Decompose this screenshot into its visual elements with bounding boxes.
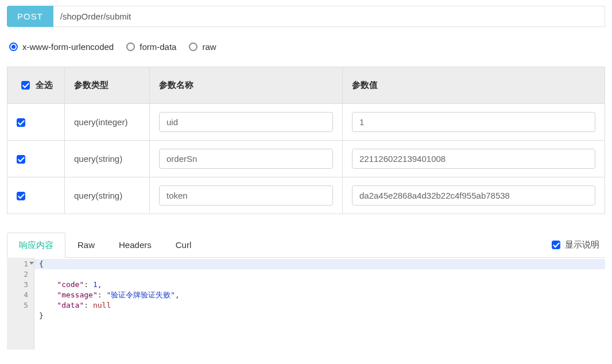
content-type-radio[interactable] [189, 42, 197, 51]
response-code-viewer: 12345 { "code": 1, "message": "验证令牌验证失败"… [7, 258, 605, 350]
response-tab[interactable]: 响应内容 [7, 233, 65, 258]
show-desc-checkbox[interactable] [552, 241, 560, 249]
url-input[interactable] [53, 6, 605, 27]
request-bar: POST [7, 6, 605, 27]
params-table: 全选 参数类型 参数名称 参数值 query(integer)query(str… [7, 67, 605, 214]
table-row: query(string) [7, 177, 605, 214]
param-type-cell: query(string) [65, 177, 150, 214]
content-type-radio[interactable] [126, 42, 135, 51]
content-type-option-urlencoded[interactable]: x-www-form-urlencoded [9, 42, 114, 52]
param-type-cell: query(string) [65, 141, 150, 177]
response-tab[interactable]: Headers [107, 233, 164, 258]
select-all-label: 全选 [36, 80, 53, 91]
param-name-input[interactable] [159, 185, 333, 206]
response-body[interactable]: { "code": 1, "message": "验证令牌验证失败", "dat… [34, 258, 605, 350]
param-name-input[interactable] [159, 112, 333, 132]
content-type-label: x-www-form-urlencoded [22, 42, 114, 52]
table-row: query(integer) [7, 104, 605, 141]
param-value-input[interactable] [352, 149, 595, 169]
row-checkbox[interactable] [17, 192, 25, 200]
response-tab[interactable]: Curl [164, 233, 204, 258]
th-param-name: 参数名称 [150, 67, 343, 104]
table-row: query(string) [7, 141, 605, 177]
response-tab[interactable]: Raw [65, 233, 107, 258]
th-param-value: 参数值 [343, 67, 605, 104]
th-select-all: 全选 [7, 67, 65, 104]
param-name-input[interactable] [159, 149, 333, 169]
select-all-checkbox[interactable] [21, 81, 30, 90]
content-type-label: form-data [140, 42, 176, 52]
line-gutter: 12345 [7, 258, 34, 350]
content-type-option-formdata[interactable]: form-data [126, 42, 176, 52]
content-type-radio[interactable] [9, 42, 18, 51]
content-type-label: raw [202, 42, 216, 52]
http-method-badge: POST [7, 6, 53, 27]
param-value-input[interactable] [352, 185, 595, 206]
content-type-option-raw[interactable]: raw [189, 42, 216, 52]
show-desc-toggle[interactable]: 显示说明 [552, 239, 605, 250]
response-tabs: 响应内容RawHeadersCurl [7, 233, 203, 257]
row-checkbox[interactable] [17, 118, 25, 127]
content-type-row: x-www-form-urlencoded form-data raw [7, 42, 605, 52]
response-tab-row: 响应内容RawHeadersCurl 显示说明 [7, 233, 605, 258]
th-param-type: 参数类型 [65, 67, 150, 104]
show-desc-label: 显示说明 [565, 239, 599, 250]
param-type-cell: query(integer) [65, 104, 150, 141]
param-value-input[interactable] [352, 112, 595, 132]
row-checkbox[interactable] [17, 155, 25, 164]
